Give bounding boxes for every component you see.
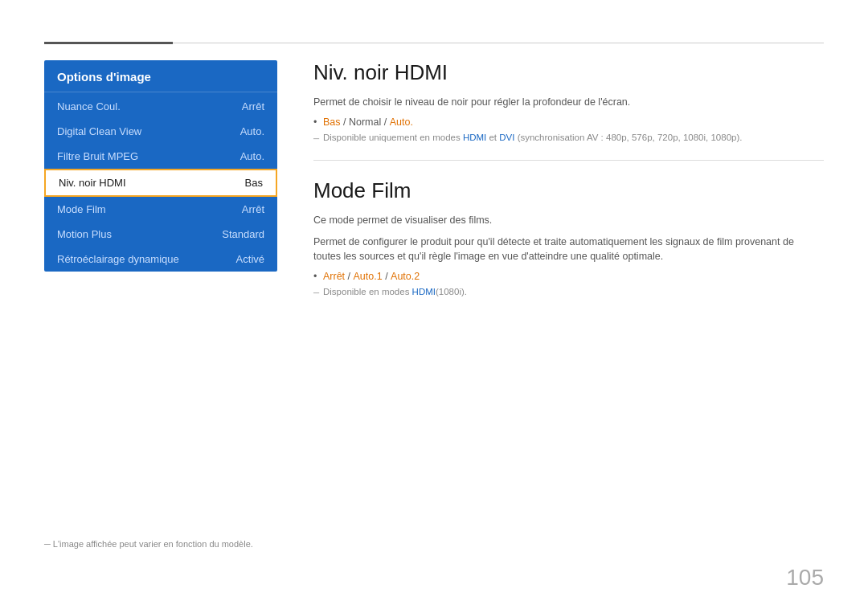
section-niv-noir-hdmi: Niv. noir HDMI Permet de choisir le nive… [313,60,824,142]
note-text-1: Disponible uniquement en modes [323,133,463,142]
note-mid: et [486,133,499,142]
sidebar-item-nuance-coul[interactable]: Nuance Coul. Arrêt [44,94,277,119]
sep1-mode: / [345,271,353,282]
note-end: (synchronisation AV : 480p, 576p, 720p, … [514,133,742,142]
sidebar-item-mode-film-label: Mode Film [57,203,106,215]
top-decoration [44,42,824,44]
section-mode-film-title: Mode Film [313,178,824,203]
section-separator [313,160,824,161]
sidebar-item-filtre-bruit-mpeg-label: Filtre Bruit MPEG [57,150,138,162]
option-bas: Bas [323,116,341,128]
sidebar-item-mode-film[interactable]: Mode Film Arrêt [44,197,277,222]
sidebar-item-digital-clean-view[interactable]: Digital Clean View Auto. [44,119,277,144]
niv-noir-hdmi-note: Disponible uniquement en modes HDMI et D… [313,133,824,142]
sidebar-item-filtre-bruit-mpeg[interactable]: Filtre Bruit MPEG Auto. [44,144,277,169]
sidebar-item-retroeclairage[interactable]: Rétroéclairage dynamique Activé [44,247,277,272]
niv-noir-hdmi-bullet-list: Bas / Normal / Auto. [313,116,824,128]
sep1: / [341,116,349,128]
niv-noir-hdmi-options: Bas / Normal / Auto. [313,116,824,128]
mode-film-bullet-list: Arrêt / Auto.1 / Auto.2 [313,271,824,282]
page-number: 105 [786,565,824,591]
option-auto: Auto. [390,116,413,128]
sidebar-item-mode-film-value: Arrêt [242,203,264,215]
option-normal: Normal [349,116,381,128]
note-dvi: DVI [499,133,514,142]
section-niv-noir-hdmi-desc: Permet de choisir le niveau de noir pour… [313,95,824,110]
sidebar-title: Options d'image [44,60,277,92]
sidebar-item-nuance-coul-value: Arrêt [242,100,264,112]
sep2-mode: / [383,271,391,282]
mode-film-note-hdmi: HDMI [412,287,436,296]
sidebar-divider [44,92,277,92]
mode-film-note-text: Disponible en modes [323,287,412,296]
sidebar-item-nuance-coul-label: Nuance Coul. [57,100,121,112]
section-niv-noir-hdmi-title: Niv. noir HDMI [313,60,824,85]
sidebar-item-retroeclairage-label: Rétroéclairage dynamique [57,253,179,265]
sidebar-item-digital-clean-view-label: Digital Clean View [57,125,141,137]
main-content: Niv. noir HDMI Permet de choisir le nive… [313,60,824,300]
mode-film-note-end: (1080i). [436,287,467,296]
option-arret: Arrêt [323,271,345,282]
sidebar-item-motion-plus[interactable]: Motion Plus Standard [44,222,277,247]
option-auto2: Auto.2 [391,271,420,282]
sidebar-item-motion-plus-label: Motion Plus [57,228,112,240]
sidebar: Options d'image Nuance Coul. Arrêt Digit… [44,60,277,272]
sidebar-item-filtre-bruit-mpeg-value: Auto. [240,150,264,162]
footer-note: L'image affichée peut varier en fonction… [44,539,253,549]
mode-film-options: Arrêt / Auto.1 / Auto.2 [313,271,824,282]
sidebar-item-retroeclairage-value: Activé [236,253,264,265]
sidebar-item-niv-noir-hdmi-value: Bas [245,177,263,189]
sidebar-item-niv-noir-hdmi-label: Niv. noir HDMI [59,177,126,189]
option-auto1: Auto.1 [354,271,383,282]
mode-film-note: Disponible en modes HDMI(1080i). [313,287,824,296]
sidebar-item-niv-noir-hdmi[interactable]: Niv. noir HDMI Bas [44,169,277,197]
sep2: / [381,116,389,128]
section-mode-film-desc2: Permet de configurer le produit pour qu'… [313,235,824,265]
sidebar-item-digital-clean-view-value: Auto. [240,125,264,137]
section-mode-film: Mode Film Ce mode permet de visualiser d… [313,178,824,296]
top-line-dark [44,42,173,44]
top-line-light [173,43,824,43]
sidebar-item-motion-plus-value: Standard [222,228,264,240]
note-hdmi: HDMI [463,133,486,142]
section-mode-film-desc1: Ce mode permet de visualiser des films. [313,213,824,228]
